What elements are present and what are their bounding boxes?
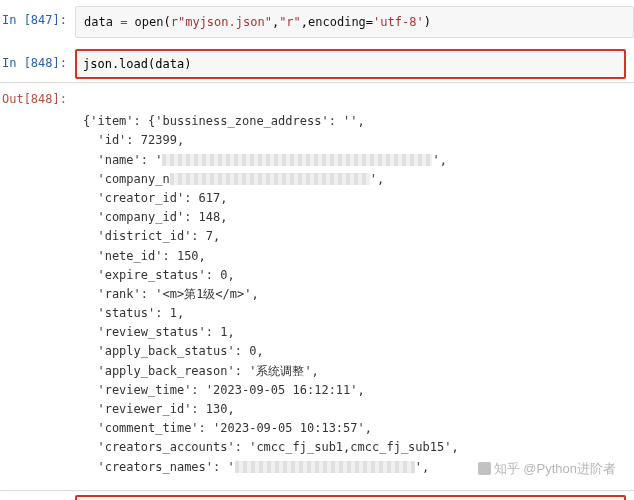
prompt-out-848: Out[848]: [0,85,75,487]
output-text-848: {'item': {'bussiness_zone_address': '', … [83,89,626,481]
input-cell-849: In [849]: data1 = json.load(data) [0,495,634,500]
prompt-in-848: In [848]: [0,49,75,79]
prompt-in-847: In [847]: [0,6,75,38]
input-cell-848: In [848]: json.load(data) [0,49,634,80]
code-area-847[interactable]: data = open(r"myjson.json","r",encoding=… [75,6,634,38]
separator [0,82,634,83]
zhihu-icon [478,462,491,475]
watermark: 知乎 @Python进阶者 [478,460,616,478]
code-text-848: json.load(data) [83,57,191,71]
code-area-848[interactable]: json.load(data) [75,49,626,79]
input-cell-847: In [847]: data = open(r"myjson.json","r"… [0,0,634,39]
separator-2 [0,490,634,491]
prompt-in-849: In [849]: [0,495,75,500]
output-cell-848: Out[848]: {'item': {'bussiness_zone_addr… [0,85,634,488]
code-area-849[interactable]: data1 = json.load(data) [75,495,626,500]
